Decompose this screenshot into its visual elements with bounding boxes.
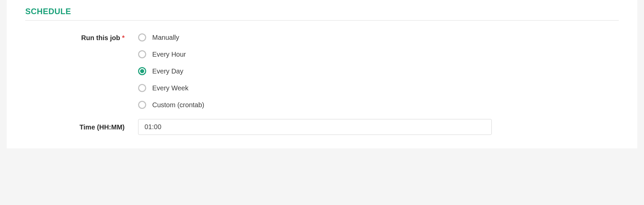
radio-icon <box>138 84 146 92</box>
run-job-label: Run this job <box>81 34 120 41</box>
radio-dot-icon <box>140 69 144 73</box>
divider <box>25 20 619 21</box>
run-job-radio-group: Manually Every Hour Every Day Every Week <box>138 33 492 109</box>
run-job-row: Run this job * Manually Every Hour Every… <box>25 33 619 109</box>
radio-label: Manually <box>152 34 179 41</box>
radio-option-custom-crontab[interactable]: Custom (crontab) <box>138 101 492 109</box>
run-job-controls: Manually Every Hour Every Day Every Week <box>138 33 492 109</box>
radio-label: Every Hour <box>152 51 186 58</box>
radio-label: Custom (crontab) <box>152 101 204 109</box>
time-input[interactable] <box>138 119 492 135</box>
run-job-label-wrap: Run this job * <box>25 33 138 42</box>
radio-icon <box>138 33 146 41</box>
radio-option-manually[interactable]: Manually <box>138 33 492 41</box>
radio-icon <box>138 101 146 109</box>
section-title: SCHEDULE <box>25 7 619 16</box>
radio-option-every-week[interactable]: Every Week <box>138 84 492 92</box>
radio-icon <box>138 50 146 58</box>
radio-option-every-hour[interactable]: Every Hour <box>138 50 492 58</box>
radio-label: Every Week <box>152 84 188 92</box>
time-label: Time (HH:MM) <box>25 123 138 131</box>
radio-label: Every Day <box>152 67 183 75</box>
required-indicator: * <box>122 34 125 41</box>
radio-option-every-day[interactable]: Every Day <box>138 67 492 75</box>
time-row: Time (HH:MM) <box>25 119 619 135</box>
time-control-wrap <box>138 119 492 135</box>
radio-icon-selected <box>138 67 146 75</box>
schedule-panel: SCHEDULE Run this job * Manually Every H… <box>7 0 637 148</box>
